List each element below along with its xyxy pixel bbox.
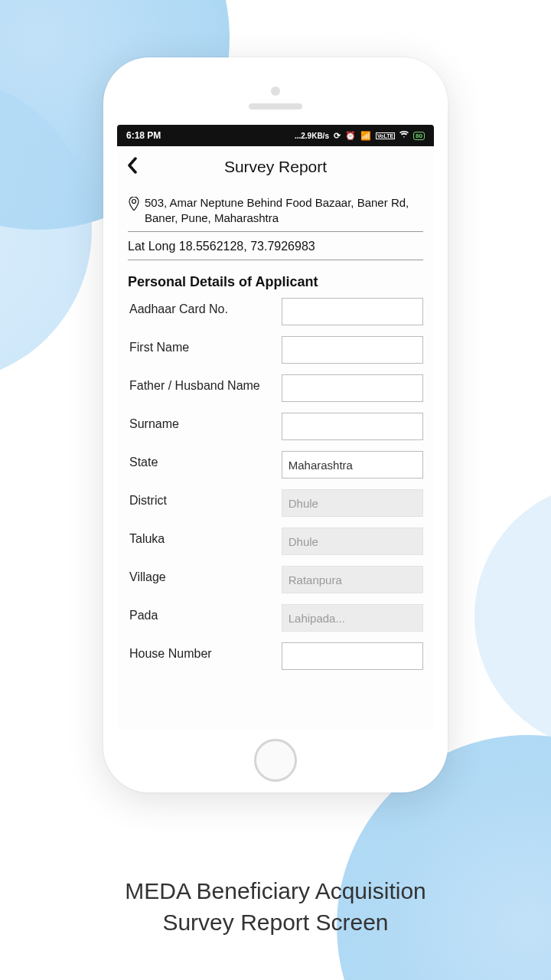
home-button[interactable] — [254, 739, 297, 782]
house-number-row: House Number — [128, 642, 423, 670]
phone-mockup-frame: 6:18 PM ...2.9KB/s ⟳ ⏰ 📶 VoLTE 80 Survey… — [103, 57, 448, 792]
volte-icon: VoLTE — [376, 132, 395, 139]
latlong-text: Lat Long 18.5562128, 73.7926983 — [128, 232, 423, 260]
district-input[interactable] — [282, 489, 423, 517]
wifi-icon — [399, 131, 409, 140]
location-pin-icon — [128, 197, 140, 214]
surname-input[interactable] — [282, 413, 423, 440]
alarm-icon: ⏰ — [345, 131, 356, 141]
father-husband-row: Father / Husband Name — [128, 374, 423, 402]
app-header: Survey Report — [117, 146, 434, 188]
aadhaar-label: Aadhaar Card No. — [128, 298, 282, 316]
taluka-label: Taluka — [128, 528, 282, 546]
phone-camera-dot — [271, 87, 280, 96]
background-blob — [474, 482, 551, 750]
phone-bottom-bezel — [117, 730, 434, 791]
status-indicators: ...2.9KB/s ⟳ ⏰ 📶 VoLTE 80 — [295, 131, 425, 141]
section-title: Personal Details of Applicant — [128, 274, 423, 290]
surname-row: Surname — [128, 413, 423, 440]
taluka-input[interactable] — [282, 528, 423, 555]
address-text: 503, Amar Neptune Behind Food Bazaar, Ba… — [145, 195, 423, 225]
status-time: 6:18 PM — [126, 130, 295, 141]
state-label: State — [128, 451, 282, 469]
phone-top-bezel — [117, 71, 434, 125]
district-label: District — [128, 489, 282, 508]
pada-row: Pada — [128, 604, 423, 632]
sync-icon: ⟳ — [334, 131, 341, 141]
house-number-input[interactable] — [282, 642, 423, 670]
network-speed: ...2.9KB/s — [295, 132, 329, 140]
district-row: District — [128, 489, 423, 517]
aadhaar-row: Aadhaar Card No. — [128, 298, 423, 325]
pada-input[interactable] — [282, 604, 423, 632]
address-row: 503, Amar Neptune Behind Food Bazaar, Ba… — [128, 195, 423, 232]
aadhaar-input[interactable] — [282, 298, 423, 325]
signal-icon: 📶 — [360, 131, 371, 141]
village-row: Village — [128, 566, 423, 593]
caption-line-1: MEDA Beneficiary Acquisition — [125, 878, 426, 903]
state-row: State — [128, 451, 423, 479]
village-label: Village — [128, 566, 282, 584]
status-bar: 6:18 PM ...2.9KB/s ⟳ ⏰ 📶 VoLTE 80 — [117, 125, 434, 146]
phone-screen: 6:18 PM ...2.9KB/s ⟳ ⏰ 📶 VoLTE 80 Survey… — [117, 125, 434, 730]
house-number-label: House Number — [128, 642, 282, 661]
village-input[interactable] — [282, 566, 423, 593]
father-husband-input[interactable] — [282, 374, 423, 402]
caption-line-2: Survey Report Screen — [162, 910, 388, 935]
state-input[interactable] — [282, 451, 423, 479]
firstname-label: First Name — [128, 336, 282, 354]
screenshot-caption: MEDA Beneficiary Acquisition Survey Repo… — [0, 876, 551, 938]
firstname-input[interactable] — [282, 336, 423, 364]
battery-icon: 80 — [413, 132, 425, 140]
pada-label: Pada — [128, 604, 282, 622]
father-husband-label: Father / Husband Name — [128, 374, 282, 393]
taluka-row: Taluka — [128, 528, 423, 555]
surname-label: Surname — [128, 413, 282, 431]
content-area: 503, Amar Neptune Behind Food Bazaar, Ba… — [117, 188, 434, 670]
page-title: Survey Report — [126, 158, 425, 176]
firstname-row: First Name — [128, 336, 423, 364]
phone-speaker-slot — [249, 103, 302, 109]
